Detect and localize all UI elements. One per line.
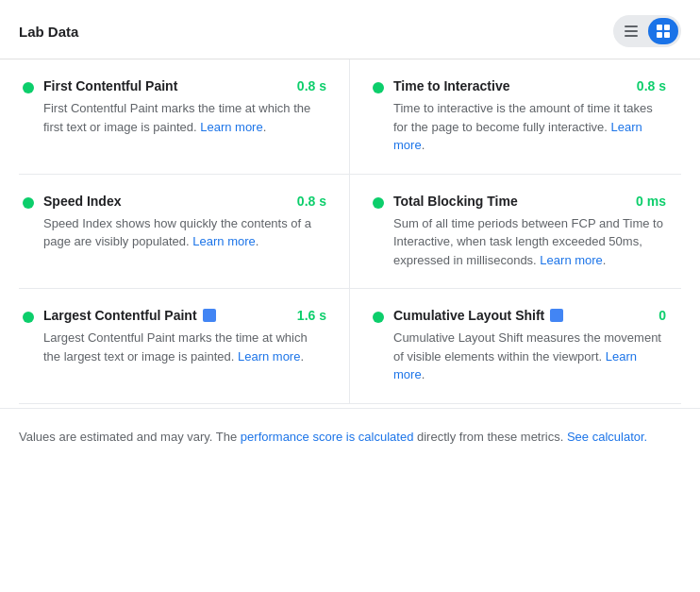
metric-info-icon-cls xyxy=(550,309,563,322)
svg-rect-2 xyxy=(625,35,638,37)
metric-learn-more-cls[interactable]: Learn more xyxy=(393,349,637,382)
footer-note: Values are estimated and may vary. The p… xyxy=(0,408,700,462)
svg-rect-6 xyxy=(664,32,670,38)
metric-value-tbt: 0 ms xyxy=(636,194,666,209)
svg-rect-0 xyxy=(625,25,638,27)
grid-view-button[interactable] xyxy=(648,18,678,44)
metric-dot-lcp xyxy=(23,312,34,323)
svg-rect-5 xyxy=(657,32,662,38)
metric-info-icon-lcp xyxy=(203,309,216,322)
metric-dot-fcp xyxy=(23,82,34,93)
svg-rect-4 xyxy=(664,25,670,30)
svg-rect-1 xyxy=(625,30,638,32)
metric-cell-tbt: Total Blocking Time0 msSum of all time p… xyxy=(350,175,681,290)
metric-name-cls: Cumulative Layout Shift xyxy=(393,308,563,323)
view-toggle-group xyxy=(613,15,681,47)
metric-dot-cls xyxy=(373,312,384,323)
metric-value-tti: 0.8 s xyxy=(637,78,666,93)
metric-value-fcp: 0.8 s xyxy=(297,78,326,93)
metric-learn-more-fcp[interactable]: Learn more xyxy=(200,120,262,134)
metric-value-lcp: 1.6 s xyxy=(297,308,326,323)
metric-name-lcp: Largest Contentful Paint xyxy=(43,308,216,323)
metric-learn-more-lcp[interactable]: Learn more xyxy=(238,349,300,364)
metric-dot-tbt xyxy=(373,197,384,209)
metric-cell-lcp: Largest Contentful Paint1.6 sLargest Con… xyxy=(19,289,350,404)
metric-name-fcp: First Contentful Paint xyxy=(43,78,177,93)
metric-value-cls: 0 xyxy=(658,308,666,323)
metric-cell-tti: Time to Interactive0.8 sTime to interact… xyxy=(350,59,681,175)
metric-dot-tti xyxy=(373,82,384,93)
list-view-button[interactable] xyxy=(616,18,646,44)
lab-data-header: Lab Data xyxy=(0,0,700,59)
metric-desc-si: Speed Index shows how quickly the conten… xyxy=(43,214,326,251)
metric-name-tti: Time to Interactive xyxy=(393,78,509,93)
metric-desc-tti: Time to interactive is the amount of tim… xyxy=(393,99,666,155)
metrics-grid: First Contentful Paint0.8 sFirst Content… xyxy=(0,59,700,404)
metric-desc-fcp: First Contentful Paint marks the time at… xyxy=(43,99,326,136)
page-title: Lab Data xyxy=(19,24,78,40)
metric-learn-more-tti[interactable]: Learn more xyxy=(393,120,642,153)
metric-learn-more-tbt[interactable]: Learn more xyxy=(540,253,602,267)
metric-desc-cls: Cumulative Layout Shift measures the mov… xyxy=(393,329,666,384)
metric-desc-lcp: Largest Contentful Paint marks the time … xyxy=(43,329,326,365)
svg-rect-3 xyxy=(657,25,662,30)
metric-dot-si xyxy=(23,197,34,209)
metric-cell-fcp: First Contentful Paint0.8 sFirst Content… xyxy=(19,59,350,175)
metric-desc-tbt: Sum of all time periods between FCP and … xyxy=(393,214,666,270)
footer-calculator-link[interactable]: See calculator. xyxy=(567,430,647,444)
metric-name-si: Speed Index xyxy=(43,194,121,209)
metric-learn-more-si[interactable]: Learn more xyxy=(192,234,255,248)
metric-value-si: 0.8 s xyxy=(297,194,326,209)
metric-cell-si: Speed Index0.8 sSpeed Index shows how qu… xyxy=(19,175,350,290)
metric-cell-cls: Cumulative Layout Shift0Cumulative Layou… xyxy=(350,289,681,404)
footer-performance-link[interactable]: performance score is calculated xyxy=(241,430,414,444)
metric-name-tbt: Total Blocking Time xyxy=(393,194,518,209)
